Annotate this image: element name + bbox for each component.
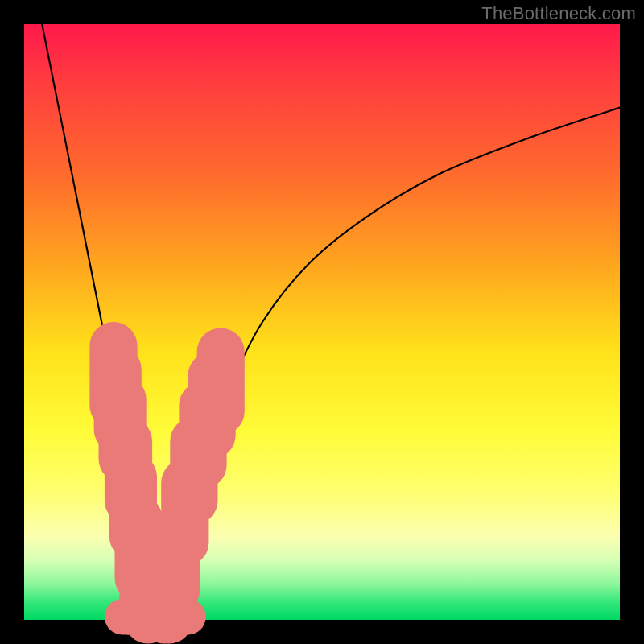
- attribution-text: TheBottleneck.com: [481, 3, 636, 24]
- bottleneck-curve-svg: [24, 24, 620, 620]
- plot-area: [24, 24, 620, 620]
- curve-markers: [89, 322, 244, 644]
- chart-frame: TheBottleneck.com: [0, 0, 644, 644]
- curve-marker: [197, 328, 245, 435]
